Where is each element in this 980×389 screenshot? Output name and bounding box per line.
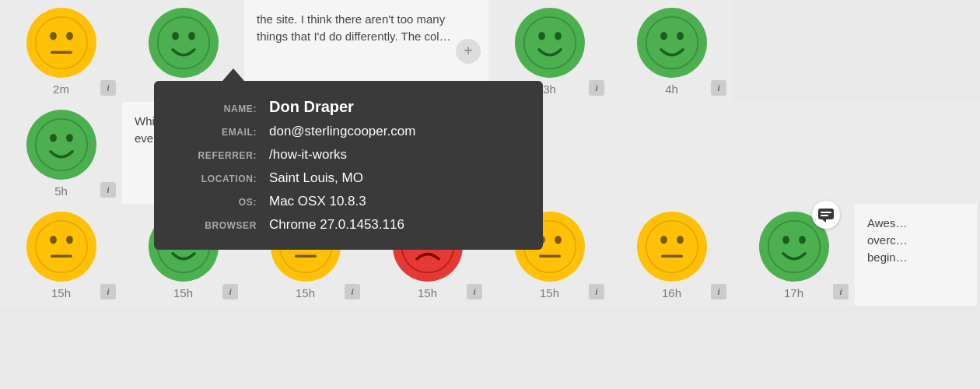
svg-point-13 <box>35 119 87 171</box>
svg-point-39 <box>782 236 789 244</box>
svg-point-0 <box>35 17 87 69</box>
info-button[interactable]: i <box>833 284 849 300</box>
tooltip-location-row: LOCATION: Saint Louis, MO <box>171 170 521 186</box>
tooltip-box: NAME: Don Draper EMAIL: don@sterlingcoop… <box>154 81 543 250</box>
browser-label: BROWSER <box>171 220 257 231</box>
svg-point-2 <box>66 32 73 40</box>
comment-partial: Awes… overc… begin… <box>855 204 977 306</box>
svg-point-10 <box>646 17 698 69</box>
info-button[interactable]: i <box>345 284 360 300</box>
time-label: 17h <box>784 286 803 300</box>
email-label: EMAIL: <box>171 127 257 138</box>
info-button[interactable]: i <box>100 182 116 198</box>
tooltip-browser-row: BROWSER Chrome 27.0.1453.116 <box>171 217 521 233</box>
tooltip-name-row: NAME: Don Draper <box>171 98 521 116</box>
location-label: LOCATION: <box>171 173 257 184</box>
svg-rect-43 <box>821 212 831 213</box>
svg-marker-42 <box>822 219 826 223</box>
face-green <box>637 8 707 78</box>
svg-point-15 <box>66 134 73 142</box>
tooltip-arrow <box>222 68 244 81</box>
svg-rect-37 <box>661 255 683 258</box>
time-label: 15h <box>173 286 193 300</box>
svg-point-1 <box>50 32 57 40</box>
svg-point-32 <box>555 236 562 244</box>
info-button[interactable]: i <box>222 284 238 300</box>
info-button[interactable]: i <box>711 284 726 300</box>
info-button[interactable]: i <box>100 284 116 300</box>
time-label: 4h <box>665 82 678 96</box>
svg-point-7 <box>523 17 576 69</box>
referrer-value: /how-it-works <box>269 147 347 163</box>
face-green <box>26 110 96 180</box>
info-button[interactable]: i <box>589 80 604 96</box>
add-button[interactable]: + <box>456 39 481 64</box>
svg-rect-19 <box>51 255 72 258</box>
cell-yellow-2m: 2m i <box>0 0 122 102</box>
location-value: Saint Louis, MO <box>269 170 363 186</box>
face-yellow <box>26 212 96 282</box>
chat-bubble-icon <box>812 201 840 229</box>
browser-value: Chrome 27.0.1453.116 <box>269 217 404 233</box>
svg-point-5 <box>172 32 179 40</box>
os-label: OS: <box>171 197 257 208</box>
row-1: 2m i 5m i NAME: Don Draper EMAIL: don@st… <box>0 0 980 102</box>
svg-rect-33 <box>539 255 561 258</box>
svg-rect-26 <box>295 255 317 258</box>
os-value: Mac OSX 10.8.3 <box>269 194 366 209</box>
time-label: 15h <box>540 286 559 300</box>
info-button[interactable]: i <box>589 284 604 300</box>
tooltip-email-row: EMAIL: don@sterlingcooper.com <box>171 124 521 139</box>
svg-point-40 <box>799 236 806 244</box>
svg-point-18 <box>66 236 73 244</box>
face-green <box>515 8 585 78</box>
comment-text: Awes… overc… begin… <box>867 215 943 265</box>
svg-rect-41 <box>818 209 834 219</box>
tooltip-referrer-row: REFERRER: /how-it-works <box>171 147 521 163</box>
svg-point-16 <box>35 221 87 273</box>
info-button[interactable]: i <box>467 284 482 300</box>
tooltip-os-row: OS: Mac OSX 10.8.3 <box>171 194 521 209</box>
cell-yellow-16h: 16h i <box>611 204 733 306</box>
face-yellow <box>637 212 707 282</box>
svg-point-6 <box>188 32 195 40</box>
cell-yellow-15h-1: 15h i <box>0 204 122 306</box>
face-yellow <box>26 8 96 78</box>
svg-point-38 <box>768 221 820 273</box>
email-value: don@sterlingcooper.com <box>269 124 415 139</box>
time-label: 5h <box>54 184 68 198</box>
time-label: 15h <box>296 286 315 300</box>
svg-point-14 <box>50 134 57 142</box>
name-value: Don Draper <box>269 98 354 116</box>
svg-point-35 <box>660 236 667 244</box>
svg-point-34 <box>646 221 698 273</box>
referrer-label: REFERRER: <box>171 150 257 161</box>
cell-green-4h: 4h i <box>611 0 733 102</box>
svg-point-12 <box>677 32 684 40</box>
time-label: 16h <box>662 286 681 300</box>
time-label: 15h <box>51 286 71 300</box>
comment-text: the site. I think there aren't too many … <box>257 11 454 45</box>
svg-point-17 <box>50 236 57 244</box>
time-label: 3h <box>543 82 556 96</box>
info-button[interactable]: i <box>711 80 726 96</box>
face-green <box>759 212 829 282</box>
info-button[interactable]: i <box>100 80 116 96</box>
svg-point-4 <box>157 17 209 69</box>
svg-point-36 <box>677 236 684 244</box>
time-label: 2m <box>53 82 69 96</box>
time-label: 15h <box>418 286 437 300</box>
cell-green-17h: 17h i <box>733 204 855 306</box>
svg-rect-44 <box>821 215 828 216</box>
svg-point-8 <box>538 32 545 40</box>
face-green <box>149 8 219 78</box>
cell-green-5h: 5h i <box>0 102 122 204</box>
user-tooltip: NAME: Don Draper EMAIL: don@sterlingcoop… <box>154 68 543 250</box>
name-label: NAME: <box>171 103 257 114</box>
svg-rect-3 <box>51 51 72 54</box>
svg-point-11 <box>660 32 667 40</box>
svg-point-9 <box>555 32 562 40</box>
